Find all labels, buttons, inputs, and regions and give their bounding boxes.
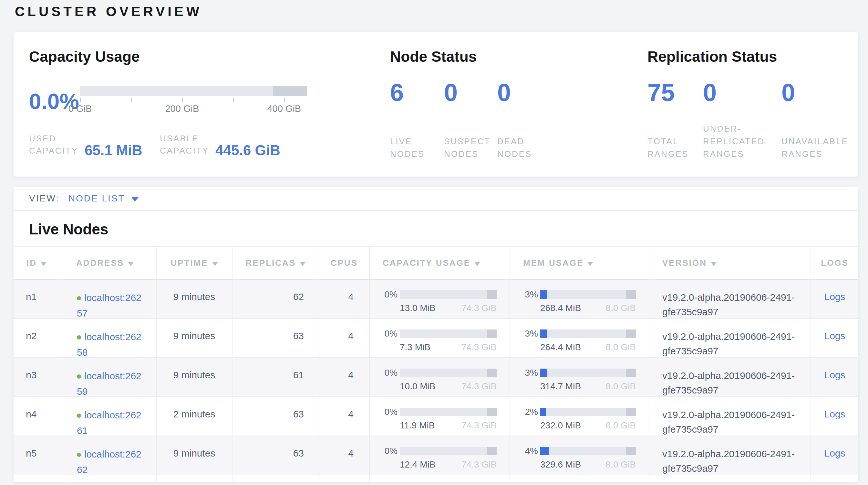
node-id-cell: n2 — [13, 319, 63, 357]
dead-nodes-count: 0 — [497, 78, 562, 106]
capacity-usage-section: Capacity Usage 0.0% 0 GiB 200 GiB 400 Gi… — [29, 32, 307, 157]
empty-cell — [319, 475, 370, 482]
column-header-address[interactable]: ADDRESS — [63, 247, 157, 279]
under-replicated-label: UNDER- REPLICATED RANGES — [703, 122, 781, 160]
column-header-capacity-usage[interactable]: CAPACITY USAGE — [370, 247, 510, 279]
empty-cell — [13, 475, 63, 482]
empty-cell — [63, 475, 157, 482]
mem-bar-cap — [626, 330, 636, 338]
table-row: n5 localhost:26262 9 minutes 63 4 0% 1 — [13, 436, 858, 475]
node-mem-usage-cell: 3% 264.4 MiB 8.0 GiB — [510, 319, 649, 357]
axis-label-0gib: 0 GiB — [68, 104, 92, 114]
mem-total-value: 8.0 GiB — [606, 420, 636, 431]
mem-bar-cap — [626, 447, 636, 455]
column-header-logs-label: LOGS — [821, 258, 848, 268]
page-title: CLUSTER OVERVIEW — [15, 4, 202, 20]
node-logs-cell: Logs — [811, 358, 858, 396]
node-mem-usage-cell: 2% 232.0 MiB 8.0 GiB — [510, 397, 649, 435]
sort-arrow-icon — [128, 262, 134, 266]
logs-link[interactable]: Logs — [824, 370, 845, 380]
node-version-cell: v19.2.0-alpha.20190606-2491-gfe735c9a97 — [649, 319, 811, 357]
mem-bar-cap — [626, 369, 636, 377]
replication-status-section: Replication Status 75 TOTAL RANGES 0 UND… — [647, 32, 857, 160]
usable-capacity-stat: USABLE CAPACITY 445.6 GiB — [160, 133, 290, 157]
capacity-bar-cap — [487, 330, 497, 338]
node-capacity-usage-cell: 0% 11.9 MiB 74.3 GiB — [370, 397, 510, 435]
mem-usage-bar — [540, 330, 636, 338]
node-replicas-cell: 63 — [232, 397, 319, 435]
node-replicas-cell: 63 — [232, 436, 319, 475]
cluster-overview-page: { "page": { "title": "CLUSTER OVERVIEW" … — [0, 0, 868, 485]
mem-usage-bar — [540, 369, 636, 377]
logs-link[interactable]: Logs — [824, 331, 845, 341]
unavailable-ranges-count: 0 — [781, 78, 857, 106]
capacity-total-value: 74.3 GiB — [461, 381, 497, 392]
node-address-link[interactable]: localhost:26257 — [77, 292, 142, 318]
column-header-uptime-label: UPTIME — [170, 258, 208, 268]
column-header-version[interactable]: VERSION — [649, 247, 811, 279]
node-live-dot-icon — [77, 374, 81, 379]
suspect-nodes-count: 0 — [444, 78, 497, 106]
mem-percent-label: 3% — [523, 289, 538, 300]
view-selector[interactable]: NODE LIST — [68, 193, 138, 204]
capacity-usage-bar — [400, 290, 497, 299]
column-header-mem-usage[interactable]: MEM USAGE — [510, 247, 649, 279]
sort-arrow-icon — [41, 262, 46, 266]
total-ranges-stat: 75 TOTAL RANGES — [647, 78, 703, 160]
chevron-down-icon — [131, 197, 138, 201]
capacity-used-value: 11.9 MiB — [400, 420, 435, 431]
node-id-cell: n1 — [13, 280, 63, 318]
table-header-row: ID ADDRESS UPTIME REPLICAS CPUS CAPACITY… — [13, 247, 858, 280]
column-header-replicas[interactable]: REPLICAS — [232, 247, 319, 279]
used-capacity-value: 65.1 MiB — [85, 142, 143, 159]
capacity-used-value: 13.0 MiB — [400, 303, 436, 313]
column-header-id[interactable]: ID — [13, 247, 63, 279]
node-status-title: Node Status — [390, 48, 578, 65]
capacity-axis-labels: 0 GiB 200 GiB 400 GiB — [80, 104, 307, 116]
mem-bar-fill — [540, 408, 546, 416]
capacity-used-value: 7.3 MiB — [400, 342, 430, 352]
view-selected-option: NODE LIST — [68, 193, 125, 204]
mem-bar-cap — [626, 290, 636, 299]
logs-link[interactable]: Logs — [824, 291, 845, 302]
mem-usage-bar — [540, 408, 636, 416]
node-address-link[interactable]: localhost:26262 — [77, 449, 142, 475]
capacity-used-value: 12.4 MiB — [400, 459, 436, 470]
logs-link[interactable]: Logs — [824, 448, 845, 458]
sort-arrow-icon — [300, 262, 306, 266]
under-replicated-count: 0 — [703, 78, 781, 106]
empty-cell — [510, 475, 649, 482]
mem-bar-fill — [540, 290, 547, 299]
node-cpus-cell: 4 — [319, 358, 370, 396]
empty-cell — [370, 475, 510, 482]
node-address-link[interactable]: localhost:26258 — [77, 332, 142, 358]
mem-percent-label: 2% — [523, 407, 538, 417]
capacity-gauge: 0 GiB 200 GiB 400 GiB — [80, 86, 307, 116]
capacity-percent-label: 0% — [383, 329, 398, 339]
dead-nodes-stat: 0 DEAD NODES — [497, 78, 562, 160]
live-nodes-count: 6 — [390, 78, 444, 106]
node-version-cell: v19.2.0-alpha.20190606-2491-gfe735c9a97 — [649, 280, 811, 318]
node-address-link[interactable]: localhost:26261 — [77, 410, 142, 436]
used-capacity-stat: USED CAPACITY 65.1 MiB — [29, 133, 160, 157]
node-cpus-cell: 4 — [319, 436, 370, 475]
capacity-usage-bar — [400, 330, 497, 338]
mem-bar-fill — [540, 447, 549, 455]
capacity-bar-cap — [487, 447, 497, 455]
logs-link[interactable]: Logs — [824, 409, 845, 419]
node-address-link[interactable]: localhost:26259 — [77, 371, 142, 397]
mem-percent-label: 3% — [523, 368, 538, 378]
capacity-total-value: 74.3 GiB — [461, 420, 497, 431]
empty-cell — [157, 475, 232, 482]
column-header-logs: LOGS — [811, 247, 858, 279]
node-address-cell: localhost:26262 — [63, 436, 157, 475]
table-row: n3 localhost:26259 9 minutes 61 4 0% 1 — [13, 358, 858, 397]
column-header-uptime[interactable]: UPTIME — [157, 247, 232, 279]
node-version-cell: v19.2.0-alpha.20190606-2491-gfe735c9a97 — [649, 358, 811, 396]
node-logs-cell: Logs — [811, 436, 858, 475]
capacity-bar-cap — [487, 290, 497, 299]
unavailable-ranges-stat: 0 UNAVAILABLE RANGES — [781, 78, 857, 160]
empty-cell — [649, 475, 811, 482]
capacity-total-value: 74.3 GiB — [461, 303, 497, 313]
sort-arrow-icon — [587, 262, 593, 266]
